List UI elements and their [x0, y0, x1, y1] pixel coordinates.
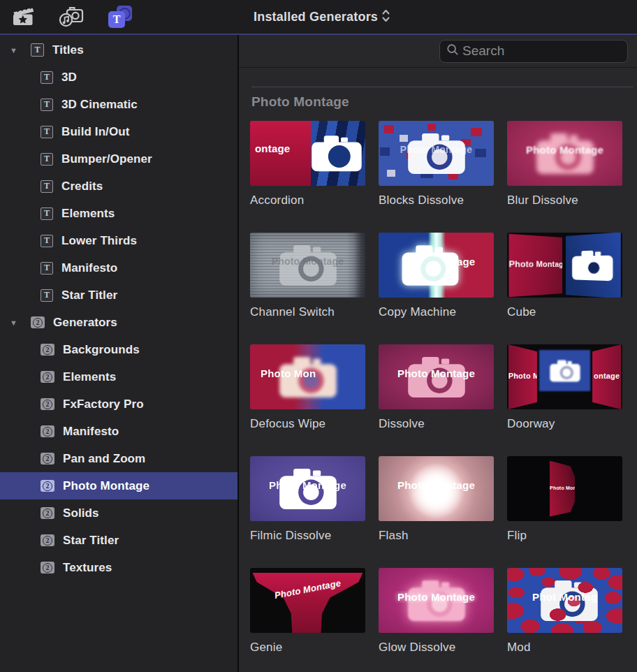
generator-thumbnail[interactable]: Photo Montage	[250, 233, 365, 298]
sidebar-item-photo-montage[interactable]: Photo Montage	[0, 472, 237, 499]
generator-tile-flash[interactable]: Photo Montage Flash	[379, 456, 494, 543]
generator-thumbnail[interactable]: Photo Montage	[379, 121, 494, 186]
generators-icon	[41, 371, 54, 383]
generator-name: Flash	[379, 529, 494, 543]
sidebar-item-star-titler-titles[interactable]: Star Titler	[0, 282, 237, 309]
generator-tile-genie[interactable]: Photo Montage Genie	[250, 568, 365, 655]
generators-icon	[41, 507, 54, 519]
generator-tile-cube[interactable]: Photo Montage Cube	[507, 233, 622, 319]
sidebar-item-backgrounds[interactable]: Backgrounds	[0, 336, 237, 363]
search-input[interactable]	[462, 43, 621, 59]
generators-scroll-area[interactable]: Photo Montage ontage Accordion	[239, 68, 637, 672]
titles-icon	[41, 289, 53, 302]
camera-icon	[571, 247, 615, 282]
sidebar-item-textures[interactable]: Textures	[0, 554, 237, 581]
section-title: Photo Montage	[251, 94, 637, 110]
generator-tile-doorway[interactable]: Photo M ontage Doorway	[507, 344, 622, 431]
photos-audio-browser-button[interactable]	[56, 3, 87, 31]
clapperboard-star-icon	[11, 6, 34, 29]
generator-thumbnail[interactable]: Photo Montage	[507, 233, 622, 298]
thumbnail-overlay-text: Photo Montage	[379, 591, 494, 603]
generators-icon	[41, 398, 54, 410]
generator-tile-filmic-dissolve[interactable]: Photo Montage Filmic Dissolve	[250, 456, 365, 543]
titles-generators-browser-button[interactable]	[105, 3, 136, 31]
doorway-right-door-art: ontage	[592, 344, 621, 409]
thumbnail-overlay-text: Photo Montage	[507, 144, 622, 156]
generator-thumbnail[interactable]: Photo Mon	[250, 344, 365, 409]
sidebar-item-star-titler-generators[interactable]: Star Titler	[0, 527, 237, 554]
generator-tile-channel-switch[interactable]: Photo Montage Channel Switch	[250, 233, 365, 319]
sidebar-group-titles[interactable]: Titles	[0, 36, 237, 64]
disclosure-triangle-icon[interactable]	[10, 46, 21, 54]
generator-name: Genie	[250, 641, 365, 655]
thumbnail-overlay-text: ontage	[592, 372, 621, 380]
thumbnail-overlay-text: Photo Mon	[261, 367, 365, 379]
generator-thumbnail[interactable]: Photo Montage	[379, 456, 494, 521]
camera-music-note-icon	[59, 5, 85, 29]
titles-icon	[41, 98, 53, 111]
generator-tile-mod[interactable]: Phot Montag Mod	[507, 568, 622, 655]
sidebar-group-generators[interactable]: Generators	[0, 309, 237, 336]
thumbnail-overlay-text: ntage	[446, 256, 494, 268]
search-icon	[446, 43, 459, 59]
generator-tile-blocks-dissolve[interactable]: Photo Montage Blocks Dissolve	[379, 121, 494, 207]
generators-icon	[41, 534, 54, 546]
media-browser-button[interactable]	[7, 3, 38, 31]
generator-name: Blocks Dissolve	[379, 193, 494, 207]
titles-generators-browser: Installed Generators Titles 3D 3D Cinema…	[0, 0, 637, 672]
generator-tile-copy-machine[interactable]: ntage Copy Machine	[379, 233, 494, 319]
sidebar-item-solids[interactable]: Solids	[0, 499, 237, 527]
generator-tile-glow-dissolve[interactable]: Photo Montage Glow Dissolve	[379, 568, 494, 655]
section-divider	[251, 87, 633, 87]
search-field[interactable]	[439, 40, 628, 63]
flip-panel-art: Photo Montage	[550, 461, 575, 517]
titles-generators-icon	[108, 6, 132, 28]
thumbnail-overlay-text: Photo Montage	[508, 258, 562, 268]
generator-tile-dissolve[interactable]: Photo Montage Dissolve	[379, 344, 494, 431]
generator-tile-flip[interactable]: Photo Montage Flip	[507, 456, 622, 543]
sidebar-item-manifesto-generators[interactable]: Manifesto	[0, 418, 237, 445]
disclosure-triangle-icon[interactable]	[10, 319, 21, 327]
sidebar-item-manifesto-titles[interactable]: Manifesto	[0, 254, 237, 282]
generator-name: Copy Machine	[379, 305, 494, 319]
cube-red-face-art: Photo Montage	[508, 233, 562, 296]
generator-thumbnail[interactable]: Photo Montage	[250, 568, 365, 633]
sidebar-item-build-in-out[interactable]: Build In/Out	[0, 118, 237, 145]
sidebar-item-3d-cinematic[interactable]: 3D Cinematic	[0, 91, 237, 118]
up-down-chevrons-icon	[382, 8, 390, 25]
flash-glow-art	[379, 456, 494, 521]
sidebar-item-elements-titles[interactable]: Elements	[0, 200, 237, 227]
generator-grid: ontage Accordion Photo Montage Blocks Di…	[250, 121, 637, 655]
generator-name: Dissolve	[379, 417, 494, 431]
generator-thumbnail[interactable]: Photo Montage	[250, 456, 365, 521]
thumbnail-overlay-text: Photo Montage	[250, 479, 365, 491]
generator-thumbnail[interactable]: Photo Montage	[507, 456, 622, 521]
generator-thumbnail[interactable]: Photo M ontage	[507, 344, 622, 409]
sidebar-item-fxfactory-pro[interactable]: FxFactory Pro	[0, 390, 237, 418]
generators-icon	[41, 453, 54, 465]
generator-thumbnail[interactable]: Photo Montage	[507, 121, 622, 186]
generator-tile-blur-dissolve[interactable]: Photo Montage Blur Dissolve	[507, 121, 622, 207]
titles-icon	[41, 207, 53, 220]
generator-name: Defocus Wipe	[250, 417, 365, 431]
generator-tile-defocus-wipe[interactable]: Photo Mon Defocus Wipe	[250, 344, 365, 431]
installed-generators-menu[interactable]: Installed Generators	[254, 0, 390, 34]
sidebar-item-pan-and-zoom[interactable]: Pan and Zoom	[0, 445, 237, 472]
generator-name: Filmic Dissolve	[250, 529, 365, 543]
generator-thumbnail[interactable]: Photo Montage	[379, 568, 494, 633]
sidebar-item-3d[interactable]: 3D	[0, 64, 237, 91]
doorway-left-door-art: Photo M	[508, 344, 537, 409]
generator-thumbnail[interactable]: ntage	[379, 233, 494, 298]
sidebar-item-bumper-opener[interactable]: Bumper/Opener	[0, 145, 237, 173]
sidebar-item-elements-generators[interactable]: Elements	[0, 363, 237, 390]
generator-thumbnail[interactable]: Photo Montage	[379, 344, 494, 409]
thumbnail-overlay-text: Photo Montage	[379, 144, 494, 155]
camera-icon	[549, 358, 581, 383]
titles-icon	[31, 43, 44, 57]
generator-tile-accordion[interactable]: ontage Accordion	[250, 121, 365, 207]
thumbnail-overlay-text: Photo Montage	[379, 367, 494, 379]
sidebar-item-lower-thirds[interactable]: Lower Thirds	[0, 227, 237, 254]
sidebar-item-credits[interactable]: Credits	[0, 173, 237, 200]
generator-thumbnail[interactable]: ontage	[250, 121, 365, 186]
generator-thumbnail[interactable]: Phot Montag	[507, 568, 622, 633]
